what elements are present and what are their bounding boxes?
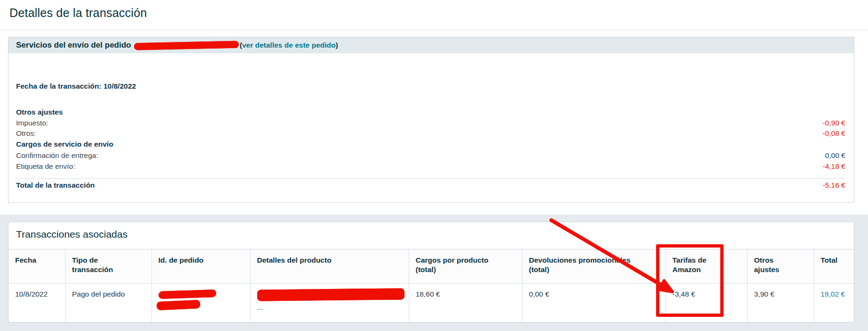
line-item-etiqueta-envio: Etiqueta de envío: -4,18 € bbox=[16, 162, 845, 171]
transaction-date-row: Fecha de la transacción: 10/8/2022 bbox=[16, 82, 845, 91]
column-header-id-pedido: Id. de pedido bbox=[152, 249, 250, 284]
cell-cargos-producto: 18,60 € bbox=[409, 284, 522, 323]
table-header-row: Fecha Tipo de transacción Id. de pedido … bbox=[8, 249, 854, 284]
line-item-amount: -0,08 € bbox=[823, 129, 845, 138]
column-header-tarifas-amazon: Tarifas de Amazon bbox=[666, 249, 747, 284]
line-item-label: Impuesto: bbox=[16, 119, 48, 127]
associated-transactions-title: Transacciones asociadas bbox=[16, 229, 127, 240]
column-header-cargos-producto: Cargos por producto (total) bbox=[409, 249, 522, 284]
page-header: Detalles de la transacción bbox=[0, 0, 868, 30]
line-item-cargos-servicio: Cargos de servicio de envío bbox=[16, 140, 845, 149]
order-id-redaction-scribble bbox=[156, 300, 200, 310]
cell-id-pedido bbox=[152, 284, 250, 323]
cell-devoluciones: 0,00 € bbox=[522, 284, 666, 323]
line-item-amount: 0,00 € bbox=[825, 151, 845, 160]
shipment-card-header: Servicios del envío del pedido ( ver det… bbox=[8, 37, 854, 53]
line-item-otros-ajustes: Otros ajustes bbox=[16, 108, 845, 116]
shipment-card-title: Servicios del envío del pedido bbox=[16, 41, 131, 50]
transaction-total-row: Total de la transacción -5,16 € bbox=[16, 181, 845, 190]
view-order-details-link[interactable]: ver detalles de este pedido bbox=[242, 41, 336, 50]
order-id-redaction-scribble bbox=[158, 290, 216, 299]
page-title: Detalles de la transacción bbox=[0, 0, 868, 20]
column-header-devoluciones-promocionales: Devoluciones promocionales (total) bbox=[522, 249, 666, 284]
line-item-amount: -0,90 € bbox=[823, 119, 845, 127]
transactions-table: Fecha Tipo de transacción Id. de pedido … bbox=[8, 249, 854, 323]
line-item-label: Cargos de servicio de envío bbox=[16, 140, 113, 149]
line-item-confirmacion-entrega: Confirmación de entrega: 0,00 € bbox=[16, 151, 845, 160]
cell-fecha: 10/8/2022 bbox=[8, 284, 65, 323]
order-id-redaction-scribble bbox=[134, 41, 239, 50]
column-header-detalles-producto: Detalles del producto bbox=[250, 249, 409, 284]
cell-tipo-transaccion: Pago del pedido bbox=[65, 284, 152, 323]
line-item-impuesto: Impuesto: -0,90 € bbox=[16, 119, 845, 127]
transaction-total-label: Total de la transacción bbox=[16, 181, 95, 190]
column-header-fecha: Fecha bbox=[8, 249, 65, 284]
associated-transactions-card: Transacciones asociadas Fecha Tipo de tr… bbox=[8, 222, 854, 323]
line-item-label: Otros ajustes bbox=[16, 108, 63, 116]
order-link-close-paren: ) bbox=[336, 41, 338, 50]
cell-otros-ajustes: 3,90 € bbox=[747, 284, 814, 323]
row-total-link[interactable]: 19,02 € bbox=[821, 290, 845, 298]
line-item-otros: Otros: -0,08 € bbox=[16, 129, 845, 138]
shipment-services-card: Servicios del envío del pedido ( ver det… bbox=[8, 37, 854, 203]
line-item-amount: -4,18 € bbox=[823, 162, 845, 171]
cell-total: 19,02 € bbox=[814, 284, 854, 323]
column-header-otros-ajustes: Otros ajustes bbox=[747, 249, 814, 284]
column-header-total: Total bbox=[814, 249, 854, 284]
cell-detalles-producto: ... bbox=[250, 284, 409, 323]
column-header-tipo-transaccion: Tipo de transacción bbox=[65, 249, 152, 284]
transaction-total-amount: -5,16 € bbox=[823, 181, 845, 190]
line-item-label: Etiqueta de envío: bbox=[16, 162, 75, 171]
table-row: 10/8/2022 Pago del pedido ... 18,60 € 0,… bbox=[8, 284, 854, 323]
transaction-details-page: Detalles de la transacción Servicios del… bbox=[0, 0, 868, 331]
line-item-label: Confirmación de entrega: bbox=[16, 151, 98, 160]
transaction-date: Fecha de la transacción: 10/8/2022 bbox=[16, 82, 136, 91]
product-details-redaction-scribble bbox=[257, 288, 404, 301]
line-item-label: Otros: bbox=[16, 129, 36, 138]
product-details-ellipsis: ... bbox=[257, 303, 402, 312]
total-divider bbox=[15, 178, 845, 179]
cell-tarifas-amazon: -3,48 € bbox=[666, 284, 747, 323]
